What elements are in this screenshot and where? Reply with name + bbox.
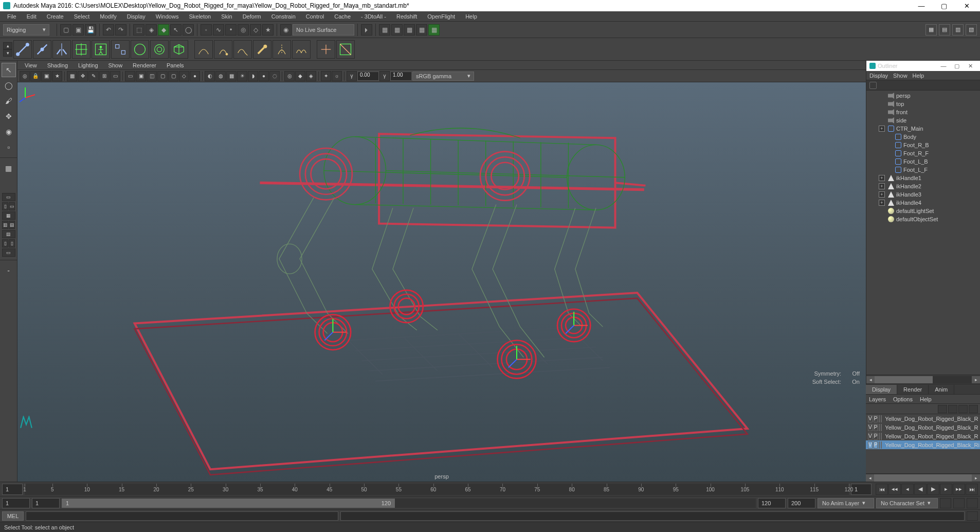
- mirror-joint-icon[interactable]: [52, 40, 71, 59]
- set-key-button[interactable]: [953, 498, 965, 508]
- layer-visibility-toggle[interactable]: V: [868, 424, 873, 431]
- lasso-tool[interactable]: ◯: [2, 78, 16, 93]
- menu-help[interactable]: Help: [461, 12, 481, 21]
- smooth-bind-icon[interactable]: [194, 40, 213, 59]
- layer-tab-display[interactable]: Display: [866, 385, 897, 394]
- viewport-menu-renderer[interactable]: Renderer: [129, 62, 160, 69]
- use-lights-icon[interactable]: ☀: [237, 71, 247, 81]
- outliner-tree[interactable]: persptopfrontside+CTR_MainBodyFoot_R_BFo…: [866, 91, 980, 375]
- select-by-component-icon[interactable]: ◆: [158, 24, 169, 36]
- bookmarks-icon[interactable]: ★: [52, 71, 62, 81]
- field-chart-icon[interactable]: ◫: [147, 71, 157, 81]
- playback-start-field[interactable]: 1: [32, 498, 60, 508]
- layer-hscrollbar[interactable]: ◂ ▸: [866, 473, 980, 482]
- use-default-material-icon[interactable]: ◐: [205, 71, 215, 81]
- scroll-right-icon[interactable]: ▸: [972, 376, 980, 383]
- last-tool[interactable]: ▦: [2, 161, 16, 175]
- toggle-tool-settings-icon[interactable]: ▥: [952, 24, 964, 36]
- anim-layer-dropdown[interactable]: No Anim Layer▾: [818, 498, 874, 508]
- live-toggle-icon[interactable]: ◉: [280, 24, 292, 36]
- custom-layout-icon[interactable]: -: [2, 263, 16, 278]
- render-view-icon[interactable]: ▦: [416, 24, 427, 36]
- layer-tab-render[interactable]: Render: [897, 385, 929, 394]
- smooth-shade-icon[interactable]: ●: [190, 71, 200, 81]
- joint-tool-icon[interactable]: [13, 40, 32, 59]
- construction-history-icon[interactable]: ⏵: [361, 24, 372, 36]
- save-scene-icon[interactable]: 💾: [85, 24, 96, 36]
- humanik-icon[interactable]: [92, 40, 110, 59]
- exposure-icon[interactable]: ☼: [332, 71, 342, 81]
- new-scene-icon[interactable]: ▢: [60, 24, 71, 36]
- go-to-start-button[interactable]: ⏮: [876, 484, 888, 495]
- layer-menu-layers[interactable]: Layers: [869, 396, 886, 402]
- select-tool-icon[interactable]: ↖: [170, 24, 182, 36]
- snap-curve-icon[interactable]: ∿: [213, 24, 224, 36]
- resolution-gate-icon[interactable]: ▭: [125, 71, 135, 81]
- expand-icon[interactable]: +: [879, 183, 885, 189]
- outliner-item-ikhandle1[interactable]: +ikHandle1: [866, 174, 980, 182]
- motion-blur-icon[interactable]: ◌: [269, 71, 280, 81]
- menu-create[interactable]: Create: [43, 12, 68, 21]
- layer-row[interactable]: VPYellow_Dog_Robot_Rigged_Black_R: [866, 432, 980, 440]
- menu-openflight[interactable]: OpenFlight: [423, 12, 459, 21]
- outliner-item-foot_r_b[interactable]: Foot_R_B: [866, 141, 980, 149]
- gamma-b-icon[interactable]: γ: [379, 71, 390, 81]
- orient-joint-icon[interactable]: [72, 40, 90, 59]
- snap-point-icon[interactable]: •: [225, 24, 237, 36]
- menu-redshift[interactable]: Redshift: [392, 12, 421, 21]
- copy-skin-weights-icon[interactable]: [292, 40, 311, 59]
- playback-prefs-button[interactable]: [967, 498, 978, 508]
- move-tool[interactable]: ✥: [2, 109, 16, 123]
- time-slider[interactable]: 1 15101520253035404550556065707580859095…: [0, 482, 980, 496]
- render-frame-icon[interactable]: ▦: [379, 24, 390, 36]
- layer-playback-toggle[interactable]: P: [874, 415, 878, 422]
- layer-row[interactable]: VPYellow_Dog_Robot_Rigged_Black_R: [866, 414, 980, 423]
- character-set-dropdown[interactable]: No Character Set▾: [876, 498, 938, 508]
- wireframe-icon[interactable]: ◇: [179, 71, 189, 81]
- layout-single-icon[interactable]: ▭: [2, 193, 15, 201]
- layer-menu-options[interactable]: Options: [893, 396, 913, 402]
- layout-4-icon[interactable]: ▦: [2, 211, 15, 220]
- outliner-maximize-button[interactable]: ▢: [950, 61, 964, 70]
- menu-skeleton[interactable]: Skeleton: [185, 12, 215, 21]
- undo-icon[interactable]: ↶: [103, 24, 114, 36]
- expand-icon[interactable]: +: [879, 200, 885, 206]
- menu-deform[interactable]: Deform: [239, 12, 265, 21]
- move-layer-down-icon[interactable]: [969, 405, 978, 413]
- scroll-left-icon[interactable]: ◂: [866, 474, 874, 482]
- view-transform-dropdown[interactable]: sRGB gamma▾: [412, 72, 474, 81]
- script-language-dropdown[interactable]: MEL: [2, 511, 24, 521]
- snap-grid-icon[interactable]: ◦: [201, 24, 212, 36]
- outliner-menu-display[interactable]: Display: [869, 73, 888, 79]
- workspace-selector[interactable]: Rigging▾: [3, 24, 49, 36]
- film-gate-icon[interactable]: ▭: [110, 71, 120, 81]
- mirror-skin-weights-icon[interactable]: [273, 40, 291, 59]
- maximize-button[interactable]: ▢: [933, 0, 955, 11]
- viewport-menu-view[interactable]: View: [21, 62, 41, 69]
- expand-icon[interactable]: +: [879, 175, 885, 181]
- insert-joint-icon[interactable]: [33, 40, 51, 59]
- select-tool[interactable]: ↖: [2, 63, 16, 77]
- create-layer-icon[interactable]: [938, 405, 947, 413]
- outliner-item-defaultobjectset[interactable]: defaultObjectSet: [866, 215, 980, 223]
- command-input[interactable]: [26, 511, 338, 521]
- grease-pencil-icon[interactable]: ✎: [88, 71, 99, 81]
- menu-select[interactable]: Select: [70, 12, 94, 21]
- menu-constrain[interactable]: Constrain: [267, 12, 300, 21]
- outliner-item-body[interactable]: Body: [866, 133, 980, 141]
- layer-playback-toggle[interactable]: P: [874, 424, 878, 431]
- open-scene-icon[interactable]: ▣: [72, 24, 84, 36]
- select-camera-icon[interactable]: ◎: [20, 71, 30, 81]
- outliner-item-persp[interactable]: persp: [866, 92, 980, 100]
- outliner-close-button[interactable]: ✕: [964, 61, 977, 70]
- shelf-tab-prev-icon[interactable]: ▴: [3, 42, 12, 49]
- viewport-menu-shading[interactable]: Shading: [43, 62, 72, 69]
- menu-control[interactable]: Control: [302, 12, 328, 21]
- animation-start-field[interactable]: 1: [2, 498, 30, 508]
- shelf-tab-next-icon[interactable]: ▾: [3, 49, 12, 57]
- ik-handle-icon[interactable]: [111, 40, 130, 59]
- menu--3dtoall-[interactable]: - 3DtoAll -: [357, 12, 390, 21]
- outliner-search-input[interactable]: [880, 82, 977, 88]
- detach-skin-icon[interactable]: [233, 40, 252, 59]
- current-frame-right-field[interactable]: 1: [851, 484, 872, 495]
